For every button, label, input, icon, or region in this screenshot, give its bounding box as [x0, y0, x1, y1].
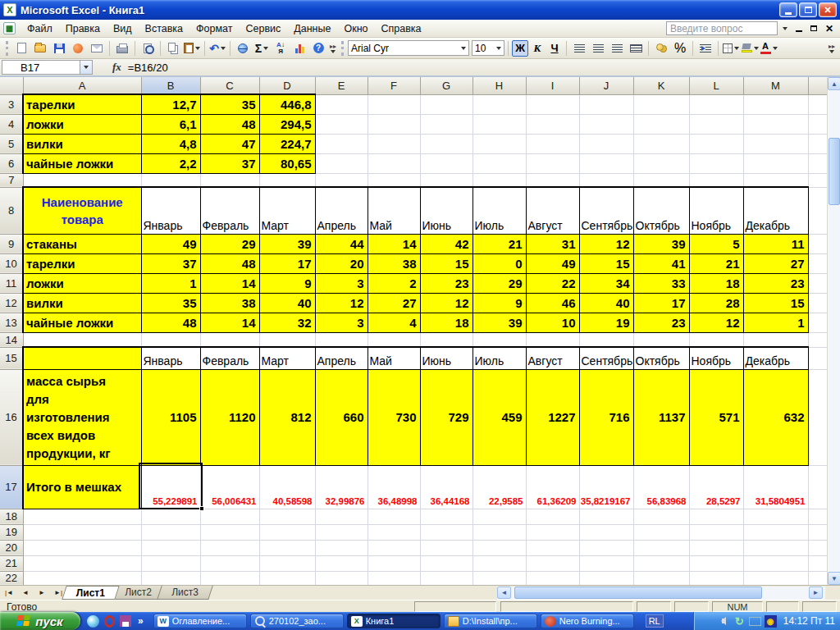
align-left-button[interactable] — [570, 39, 588, 57]
cell[interactable] — [141, 524, 200, 540]
cell[interactable]: 27 — [368, 293, 420, 313]
cell[interactable] — [689, 153, 743, 173]
cell[interactable] — [526, 173, 579, 187]
cell[interactable] — [743, 332, 808, 347]
next-sheet-icon[interactable]: ► — [34, 587, 49, 599]
cell[interactable] — [633, 555, 689, 571]
cell[interactable] — [808, 173, 828, 187]
cell[interactable] — [579, 524, 633, 540]
cell[interactable]: Февраль — [200, 347, 259, 369]
cell[interactable] — [579, 571, 633, 585]
column-header-A[interactable]: A — [23, 77, 141, 94]
cell[interactable] — [579, 332, 633, 347]
cell[interactable]: 37 — [200, 153, 259, 173]
cell[interactable] — [743, 134, 808, 153]
cell[interactable]: 571 — [689, 369, 743, 465]
cell[interactable]: Июнь — [420, 187, 472, 234]
cell[interactable] — [420, 571, 472, 585]
cell[interactable] — [368, 114, 420, 134]
insert-function-icon[interactable]: fx — [112, 61, 121, 74]
cell[interactable] — [808, 94, 828, 114]
cell[interactable] — [808, 465, 828, 509]
opera-icon[interactable] — [104, 615, 115, 628]
close-button[interactable]: ✕ — [819, 2, 837, 17]
cell[interactable]: 294,5 — [259, 114, 315, 134]
cell[interactable] — [259, 509, 315, 524]
column-header-G[interactable]: G — [420, 77, 472, 94]
cell[interactable] — [743, 94, 808, 114]
row-header-11[interactable]: 11 — [0, 273, 23, 293]
office-tray-icon[interactable] — [702, 615, 714, 628]
cell[interactable] — [315, 332, 368, 347]
cell[interactable]: Ноябрь — [689, 347, 743, 369]
cell[interactable]: Декабрь — [743, 187, 808, 234]
cell-A17[interactable]: Итого в мешках — [23, 465, 141, 509]
increase-indent-button[interactable] — [696, 39, 714, 57]
start-button[interactable]: пуск — [0, 612, 80, 630]
volume-icon[interactable] — [718, 615, 730, 628]
cell[interactable] — [420, 153, 472, 173]
cell[interactable] — [689, 555, 743, 571]
currency-button[interactable] — [652, 39, 670, 57]
cell-A5[interactable]: вилки — [23, 134, 141, 153]
cell[interactable]: 48 — [200, 253, 259, 273]
cell[interactable] — [579, 540, 633, 555]
cell[interactable]: 15 — [579, 253, 633, 273]
cell[interactable] — [200, 173, 259, 187]
cell[interactable]: 29 — [472, 273, 526, 293]
column-header-J[interactable]: J — [579, 77, 633, 94]
cell[interactable] — [633, 114, 689, 134]
cell[interactable]: 23 — [420, 273, 472, 293]
cell[interactable]: 12 — [315, 293, 368, 313]
flag-icon[interactable] — [749, 617, 761, 626]
cell[interactable] — [472, 509, 526, 524]
menu-Вид[interactable]: Вид — [107, 21, 139, 36]
row-header-8[interactable]: 8 — [0, 187, 23, 234]
first-sheet-icon[interactable]: |◄ — [2, 587, 16, 599]
menu-Правка[interactable]: Правка — [59, 21, 107, 36]
cell-A3[interactable]: тарелки — [23, 94, 141, 114]
cell-A8[interactable]: Наиенование товара — [23, 187, 141, 234]
cell[interactable] — [808, 347, 828, 369]
open-button[interactable] — [31, 39, 49, 57]
cell[interactable] — [689, 509, 743, 524]
cell[interactable] — [420, 524, 472, 540]
save-shortcut-icon[interactable] — [120, 615, 131, 627]
menu-Файл[interactable]: Файл — [21, 21, 59, 36]
cell[interactable] — [368, 94, 420, 114]
cell[interactable]: Январь — [141, 347, 200, 369]
cell[interactable]: 9 — [259, 273, 315, 293]
cell[interactable] — [633, 332, 689, 347]
cell[interactable] — [259, 540, 315, 555]
cell[interactable]: 15 — [743, 293, 808, 313]
merge-center-button[interactable] — [627, 39, 645, 57]
cell[interactable] — [368, 332, 420, 347]
cell[interactable] — [259, 571, 315, 585]
cell[interactable] — [808, 153, 828, 173]
cell[interactable]: 12 — [420, 293, 472, 313]
cell[interactable]: 44 — [315, 234, 368, 253]
taskbar-button-search[interactable]: 270102_зао... — [250, 614, 344, 628]
font-size-select[interactable]: 10 — [472, 40, 504, 56]
cell[interactable]: 80,65 — [259, 153, 315, 173]
cell[interactable] — [315, 524, 368, 540]
cell[interactable] — [689, 173, 743, 187]
row-header-4[interactable]: 4 — [0, 114, 23, 134]
cell[interactable] — [579, 134, 633, 153]
menu-Формат[interactable]: Формат — [189, 21, 239, 36]
cell[interactable]: 22,9585 — [472, 465, 526, 509]
vertical-scrollbar[interactable]: ▲ ▼ — [827, 77, 840, 585]
cell[interactable]: 49 — [141, 234, 200, 253]
cell[interactable]: 21 — [689, 253, 743, 273]
cell[interactable] — [259, 524, 315, 540]
column-header-C[interactable]: C — [200, 77, 259, 94]
cell[interactable]: 35 — [200, 94, 259, 114]
cell[interactable]: Апрель — [315, 347, 368, 369]
cell[interactable]: 224,7 — [259, 134, 315, 153]
row-header-5[interactable]: 5 — [0, 134, 23, 153]
scroll-right-icon[interactable]: ► — [809, 587, 823, 599]
cell[interactable] — [368, 555, 420, 571]
hyperlink-button[interactable] — [234, 39, 252, 57]
cell[interactable] — [472, 134, 526, 153]
menu-Справка[interactable]: Справка — [375, 21, 428, 36]
